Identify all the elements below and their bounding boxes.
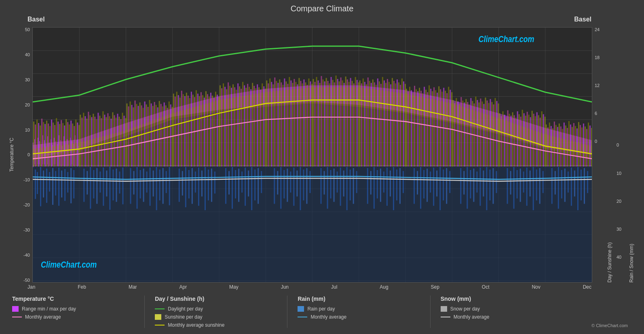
svg-rect-246 (102, 111, 103, 167)
svg-rect-425 (390, 84, 391, 166)
svg-rect-263 (130, 102, 131, 167)
svg-rect-232 (80, 115, 81, 166)
svg-rect-225 (69, 125, 70, 167)
svg-rect-100 (324, 171, 325, 194)
svg-rect-143 (486, 167, 487, 210)
svg-rect-132 (443, 170, 444, 200)
svg-rect-209 (43, 122, 44, 166)
svg-rect-50 (130, 168, 131, 204)
svg-rect-446 (424, 87, 425, 166)
svg-rect-136 (463, 171, 465, 194)
svg-rect-439 (412, 93, 414, 167)
svg-rect-499 (509, 114, 510, 167)
svg-rect-377 (313, 79, 314, 167)
svg-rect-282 (160, 104, 162, 167)
svg-rect-58 (156, 167, 157, 210)
svg-rect-306 (199, 96, 200, 166)
svg-rect-380 (318, 81, 319, 167)
svg-rect-216 (54, 125, 55, 167)
svg-rect-479 (477, 100, 478, 167)
svg-rect-72 (208, 170, 209, 200)
svg-rect-271 (143, 108, 144, 166)
svg-rect-312 (209, 97, 210, 167)
svg-rect-473 (467, 102, 468, 167)
svg-rect-510 (527, 112, 528, 166)
temp-avg-color (12, 317, 22, 317)
svg-rect-539 (573, 123, 574, 167)
svg-rect-516 (536, 112, 538, 166)
svg-rect-385 (326, 78, 327, 167)
svg-rect-44 (106, 170, 107, 196)
svg-rect-452 (433, 87, 435, 167)
svg-rect-279 (156, 105, 157, 166)
svg-rect-157 (539, 168, 541, 204)
svg-rect-371 (303, 79, 304, 166)
svg-rect-395 (342, 81, 343, 167)
svg-rect-144 (489, 170, 490, 200)
svg-rect-352 (272, 84, 274, 166)
svg-rect-92 (290, 172, 291, 193)
svg-rect-314 (212, 96, 213, 166)
svg-rect-126 (423, 170, 424, 198)
legend-temperature: Temperature °C Range min / max per day M… (12, 296, 134, 328)
svg-rect-496 (504, 115, 505, 166)
svg-rect-222 (64, 126, 65, 167)
svg-rect-207 (40, 126, 41, 167)
svg-rect-49 (122, 168, 123, 204)
svg-rect-278 (154, 102, 155, 167)
svg-rect-235 (84, 116, 86, 167)
page-container: Compare Climate Basel Basel Temperature … (0, 0, 644, 334)
svg-rect-148 (510, 171, 511, 194)
svg-rect-238 (89, 115, 91, 167)
svg-rect-219 (59, 124, 60, 166)
svg-rect-348 (266, 81, 267, 167)
svg-rect-151 (520, 168, 521, 202)
svg-rect-99 (321, 168, 322, 204)
svg-rect-455 (438, 86, 439, 166)
svg-rect-475 (470, 98, 471, 166)
svg-rect-320 (221, 88, 222, 167)
svg-rect-245 (101, 118, 102, 167)
svg-rect-347 (265, 89, 266, 166)
svg-rect-462 (450, 90, 451, 167)
svg-rect-471 (464, 102, 465, 166)
svg-rect-309 (204, 98, 205, 167)
svg-rect-498 (507, 110, 509, 166)
svg-rect-550 (591, 128, 592, 167)
svg-rect-236 (86, 119, 87, 167)
svg-rect-323 (226, 89, 227, 166)
svg-rect-533 (564, 123, 565, 167)
svg-rect-121 (399, 168, 401, 204)
svg-rect-522 (546, 125, 547, 167)
svg-rect-457 (441, 91, 443, 166)
rain-color (298, 306, 304, 312)
rain-avg-color (298, 317, 307, 317)
svg-rect-87 (274, 168, 275, 204)
svg-rect-249 (107, 113, 108, 167)
svg-rect-333 (242, 82, 243, 166)
svg-rect-354 (276, 81, 277, 167)
svg-rect-146 (496, 171, 497, 193)
svg-rect-227 (72, 123, 73, 166)
svg-rect-357 (281, 82, 282, 166)
svg-rect-488 (491, 102, 492, 167)
svg-rect-327 (232, 84, 234, 166)
svg-rect-124 (417, 171, 418, 194)
svg-rect-536 (568, 121, 570, 166)
svg-rect-37 (83, 168, 84, 202)
svg-rect-288 (170, 104, 171, 167)
svg-rect-139 (473, 168, 474, 202)
svg-rect-98 (309, 171, 310, 193)
svg-rect-396 (344, 83, 345, 167)
svg-rect-63 (179, 168, 180, 202)
location-label-right: Basel (574, 16, 591, 23)
svg-rect-256 (118, 117, 120, 166)
svg-rect-113 (374, 167, 375, 209)
svg-rect-527 (554, 121, 555, 166)
svg-rect-426 (392, 78, 393, 167)
svg-rect-413 (371, 83, 372, 167)
x-axis: Jan Feb Mar Apr May Jun Jul Aug Sep Oct … (8, 283, 636, 291)
sunshine-avg-color (155, 325, 165, 325)
svg-rect-284 (164, 102, 165, 166)
legend-snow-avg: Monthly average (441, 314, 563, 320)
